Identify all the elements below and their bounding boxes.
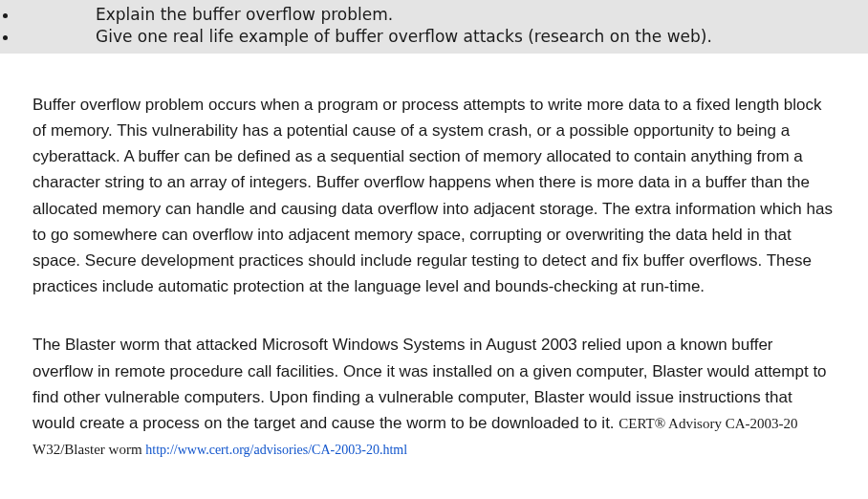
citation-link[interactable]: http://www.cert.org/advisories/CA-2003-2… xyxy=(145,443,407,457)
prompt-list: Explain the buffer overflow problem. Giv… xyxy=(0,4,868,48)
answer-paragraph-2: The Blaster worm that attacked Microsoft… xyxy=(33,332,835,462)
answer-paragraph-1: Buffer overflow problem occurs when a pr… xyxy=(33,92,835,300)
prompt-item-1: Explain the buffer overflow problem. xyxy=(19,4,868,26)
answer-content: Buffer overflow problem occurs when a pr… xyxy=(0,54,835,462)
prompt-item-2: Give one real life example of buffer ove… xyxy=(19,26,868,48)
question-prompt: Explain the buffer overflow problem. Giv… xyxy=(0,0,868,54)
